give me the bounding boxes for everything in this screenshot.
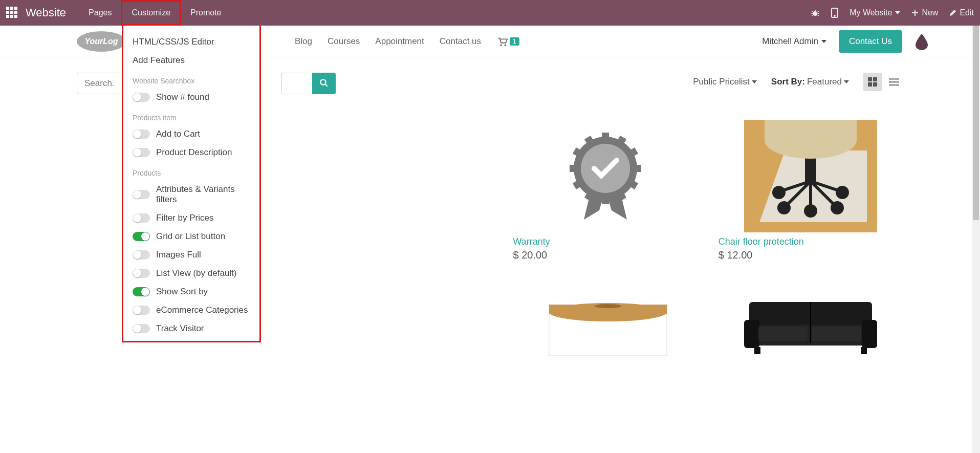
dd-toggle-product-description[interactable]: Product Description bbox=[123, 143, 259, 162]
dd-toggle-filter-prices[interactable]: Filter by Prices bbox=[123, 209, 259, 227]
toggle-icon bbox=[133, 93, 150, 102]
user-dropdown[interactable]: Mitchell Admin bbox=[762, 36, 826, 47]
theme-droplet-icon[interactable] bbox=[914, 33, 929, 50]
site-logo[interactable]: YourLog bbox=[77, 31, 126, 52]
svg-rect-16 bbox=[633, 165, 641, 172]
caret-down-icon bbox=[821, 40, 826, 43]
grid-view-button[interactable] bbox=[863, 73, 882, 91]
pricelist-label: Public Pricelist bbox=[693, 77, 750, 87]
search-left bbox=[77, 73, 123, 94]
mobile-icon[interactable] bbox=[831, 8, 838, 18]
nav-blog[interactable]: Blog bbox=[295, 36, 312, 47]
app-title[interactable]: Website bbox=[26, 6, 66, 19]
dd-toggle-grid-list[interactable]: Grid or List button bbox=[123, 227, 259, 246]
product-image bbox=[718, 120, 903, 232]
toggle-icon bbox=[133, 232, 150, 241]
svg-point-30 bbox=[774, 187, 784, 198]
svg-point-4 bbox=[505, 44, 507, 46]
product-card[interactable] bbox=[718, 282, 903, 358]
edit-button[interactable]: Edit bbox=[949, 8, 974, 17]
svg-point-3 bbox=[500, 44, 502, 46]
dd-html-editor[interactable]: HTML/CSS/JS Editor bbox=[123, 33, 259, 51]
nav-contact-us[interactable]: Contact us bbox=[440, 36, 481, 47]
topbar: Website Pages Customize Promote My Websi… bbox=[0, 0, 980, 26]
user-name: Mitchell Admin bbox=[762, 36, 818, 47]
product-card[interactable] bbox=[513, 282, 698, 358]
svg-point-0 bbox=[813, 11, 818, 16]
product-price: $ 20.00 bbox=[513, 249, 698, 261]
product-title[interactable]: Chair floor protection bbox=[718, 236, 903, 247]
edit-label: Edit bbox=[960, 8, 974, 17]
toggle-icon bbox=[133, 269, 150, 278]
top-menu: Pages Customize Promote bbox=[79, 0, 230, 26]
product-title[interactable]: Warranty bbox=[513, 236, 698, 247]
pricelist-dropdown[interactable]: Public Pricelist bbox=[693, 77, 757, 87]
toggle-icon bbox=[133, 190, 150, 199]
dd-add-features[interactable]: Add Features bbox=[123, 51, 259, 70]
scrollbar[interactable] bbox=[972, 26, 980, 358]
search-input-left[interactable] bbox=[77, 73, 123, 94]
dd-section-searchbox: Website Searchbox bbox=[123, 70, 259, 88]
product-image bbox=[718, 282, 903, 358]
sortby-dropdown[interactable]: Sort By: Featured bbox=[771, 77, 849, 87]
bug-icon[interactable] bbox=[811, 8, 820, 17]
toggle-label: Show # found bbox=[156, 92, 209, 102]
svg-point-31 bbox=[837, 187, 847, 198]
toggle-icon bbox=[133, 306, 150, 315]
dd-section-products-item: Products item bbox=[123, 106, 259, 125]
toggle-label: List View (by default) bbox=[156, 268, 236, 278]
toggle-label: Attributes & Variants filters bbox=[156, 184, 250, 205]
nav-courses[interactable]: Courses bbox=[328, 36, 360, 47]
list-view-button[interactable] bbox=[885, 73, 903, 91]
menu-promote[interactable]: Promote bbox=[181, 0, 230, 26]
grid-icon bbox=[868, 77, 877, 87]
apps-icon[interactable] bbox=[6, 7, 18, 19]
svg-rect-33 bbox=[807, 156, 815, 181]
dd-section-products: Products bbox=[123, 162, 259, 180]
svg-point-32 bbox=[805, 206, 816, 216]
sortby-label: Sort By: bbox=[771, 77, 805, 87]
product-image bbox=[513, 282, 698, 358]
dd-toggle-show-found[interactable]: Show # found bbox=[123, 88, 259, 106]
search-icon bbox=[319, 78, 329, 88]
product-card[interactable]: Warranty $ 20.00 bbox=[513, 120, 698, 261]
search-button[interactable] bbox=[312, 73, 336, 94]
svg-point-39 bbox=[595, 304, 621, 308]
toggle-icon bbox=[133, 148, 150, 157]
my-website-dropdown[interactable]: My Website bbox=[850, 8, 900, 17]
svg-point-28 bbox=[779, 203, 789, 213]
toggle-label: Track Visitor bbox=[156, 323, 204, 334]
nav-appointment[interactable]: Appointment bbox=[375, 36, 424, 47]
svg-rect-22 bbox=[570, 165, 578, 172]
toggle-label: Grid or List button bbox=[156, 231, 225, 242]
contact-us-button[interactable]: Contact Us bbox=[839, 30, 902, 53]
dd-toggle-list-view-default[interactable]: List View (by default) bbox=[123, 264, 259, 283]
scrollbar-thumb[interactable] bbox=[973, 26, 979, 220]
svg-rect-43 bbox=[862, 320, 877, 348]
toggle-icon bbox=[133, 130, 150, 139]
svg-rect-42 bbox=[744, 320, 759, 348]
menu-pages[interactable]: Pages bbox=[79, 0, 121, 26]
dd-toggle-attributes-variants[interactable]: Attributes & Variants filters bbox=[123, 180, 259, 209]
toggle-icon bbox=[133, 250, 150, 260]
menu-customize[interactable]: Customize bbox=[121, 0, 181, 26]
dd-toggle-add-to-cart[interactable]: Add to Cart bbox=[123, 125, 259, 143]
dd-toggle-show-sortby[interactable]: Show Sort by bbox=[123, 283, 259, 301]
dd-toggle-images-full[interactable]: Images Full bbox=[123, 246, 259, 264]
toggle-label: Product Description bbox=[156, 147, 232, 158]
svg-rect-48 bbox=[861, 347, 867, 354]
cart-button[interactable]: 1 bbox=[496, 36, 519, 47]
svg-point-5 bbox=[320, 79, 326, 85]
new-button[interactable]: New bbox=[911, 8, 938, 17]
dd-toggle-track-visitor[interactable]: Track Visitor bbox=[123, 319, 259, 334]
svg-point-2 bbox=[834, 15, 835, 16]
product-card[interactable]: Chair floor protection $ 12.00 bbox=[718, 120, 903, 261]
topbar-right: My Website New Edit bbox=[811, 0, 974, 26]
my-website-label: My Website bbox=[850, 8, 892, 17]
dd-toggle-ecommerce-categories[interactable]: eCommerce Categories bbox=[123, 301, 259, 319]
caret-down-icon bbox=[752, 80, 757, 83]
search-input-main[interactable] bbox=[281, 73, 312, 94]
new-label: New bbox=[922, 8, 938, 17]
cart-icon bbox=[496, 36, 508, 47]
toggle-label: Show Sort by bbox=[156, 287, 208, 297]
